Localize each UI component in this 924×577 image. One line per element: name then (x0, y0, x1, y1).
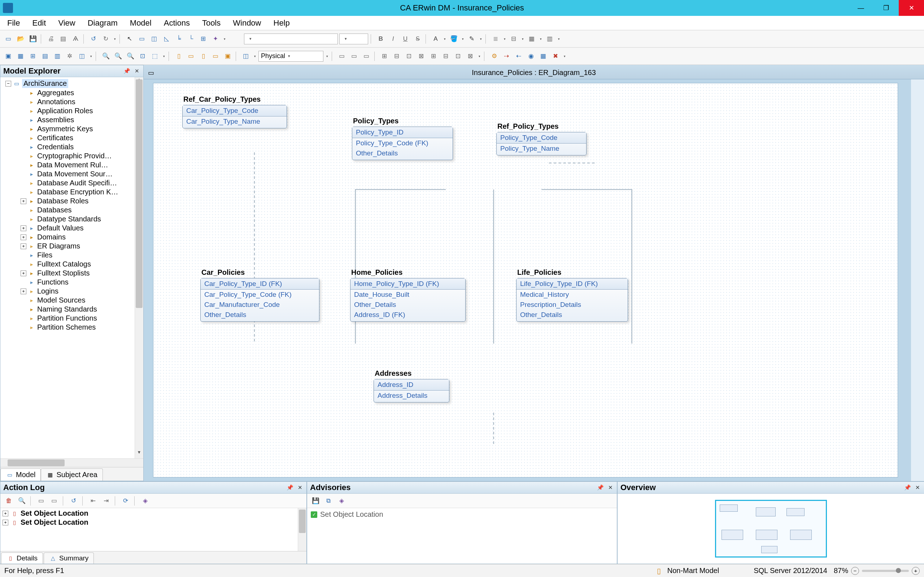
toolbar-overflow-icon[interactable]: ▾ (325, 55, 329, 58)
model-explorer-tree[interactable]: − ▭ ArchiSurance ▸Aggregates▸Annotations… (0, 77, 143, 458)
complete-compare-icon[interactable]: ⚙ (489, 51, 499, 62)
arrange-icon[interactable]: ▣ (222, 51, 233, 62)
menu-view[interactable]: View (55, 17, 78, 29)
tile-h-icon[interactable]: ▭ (186, 51, 196, 62)
transform5-icon[interactable]: ⊞ (428, 51, 439, 62)
expand-toggle-icon[interactable]: + (21, 234, 26, 240)
mart-lock-icon[interactable]: ▭ (361, 51, 372, 62)
tree-item[interactable]: ▸Database Audit Specifi… (19, 179, 143, 187)
panel-close-icon[interactable]: ✕ (134, 68, 141, 74)
tile-icon[interactable]: ▭ (210, 51, 221, 62)
display-entity-icon[interactable]: ▣ (3, 51, 14, 62)
zoom-out-button[interactable]: − (851, 567, 859, 575)
entity-policy-types[interactable]: Policy_Types Policy_Type_ID Policy_Type_… (352, 127, 453, 160)
undo-icon[interactable]: ↺ (88, 34, 99, 44)
zoom-in-icon[interactable]: 🔍 (125, 51, 136, 62)
tree-item[interactable]: ▸Annotations (19, 97, 143, 106)
annotation-icon[interactable]: ✦ (210, 34, 221, 44)
cascade-icon[interactable]: ▯ (173, 51, 184, 62)
restore-button[interactable]: ❐ (874, 0, 899, 16)
view-level-combo[interactable]: Physical▾ (258, 51, 323, 62)
dropdown-icon[interactable]: ▾ (520, 37, 525, 41)
scroll-thumb[interactable] (136, 79, 142, 308)
mart-save-icon[interactable]: ▭ (349, 51, 360, 62)
transform7-icon[interactable]: ⊡ (452, 51, 464, 62)
tree-item[interactable]: ▸Asymmetric Keys (19, 124, 143, 134)
expand-toggle-icon[interactable]: + (21, 288, 26, 294)
expand-toggle-icon[interactable]: + (21, 271, 26, 276)
menu-edit[interactable]: Edit (29, 17, 49, 29)
minimize-button[interactable]: — (848, 0, 874, 16)
distribute-icon[interactable]: ⊟ (508, 34, 519, 44)
display-attr-icon[interactable]: ▦ (15, 51, 26, 62)
dropdown-icon[interactable]: ▾ (253, 55, 257, 58)
tree-item[interactable]: ▸Data Movement Sour… (19, 169, 143, 179)
diagram-canvas[interactable]: Ref_Car_Policy_Types Car_Policy_Type_Cod… (153, 83, 898, 477)
zoom-out-icon[interactable]: 🔍 (100, 51, 111, 62)
tree-item[interactable]: +▸Fulltext Stoplists (19, 269, 143, 278)
tree-item[interactable]: ▸Data Movement Rul… (19, 161, 143, 169)
tree-root[interactable]: − ▭ ArchiSurance (4, 79, 143, 89)
tab-details[interactable]: ▯ Details (1, 553, 43, 564)
dropdown-icon[interactable]: ▾ (538, 37, 543, 41)
zoom-slider[interactable] (862, 570, 909, 572)
align-left-icon[interactable]: ≣ (490, 34, 501, 44)
find-action-icon[interactable]: 🔍 (16, 495, 27, 506)
pin-icon[interactable]: 📌 (122, 68, 131, 74)
display-keys-icon[interactable]: ▤ (40, 51, 50, 62)
menu-diagram[interactable]: Diagram (85, 17, 121, 29)
strikethrough-icon[interactable]: S̶ (412, 34, 423, 44)
expand-toggle-icon[interactable]: + (21, 226, 26, 231)
pin-icon[interactable]: 📌 (903, 484, 912, 491)
menu-file[interactable]: File (4, 17, 23, 29)
line-color-icon[interactable]: ✎ (466, 34, 477, 44)
tree-item[interactable]: ▸Functions (19, 278, 143, 287)
open-icon[interactable]: 📂 (15, 34, 26, 44)
tree-item[interactable]: +▸Logins (19, 287, 143, 296)
expand-toggle-icon[interactable]: + (21, 198, 26, 204)
delete-action-icon[interactable]: 🗑 (3, 495, 14, 506)
horizontal-scrollbar[interactable] (0, 458, 143, 467)
pin-icon[interactable]: 📌 (286, 484, 294, 491)
zoom-slider-knob[interactable] (896, 568, 901, 573)
reverse-engineer-icon[interactable]: ⇠ (513, 51, 524, 62)
open-diagram-icon[interactable]: ◫ (241, 51, 251, 62)
tree-item[interactable]: +▸Domains (19, 233, 143, 242)
close-button[interactable]: ✕ (899, 0, 924, 16)
undo-action-icon[interactable]: ↺ (68, 495, 79, 506)
tree-item[interactable]: ▸Fulltext Catalogs (19, 259, 143, 269)
bold-icon[interactable]: B (375, 34, 386, 44)
transform2-icon[interactable]: ⊟ (391, 51, 402, 62)
view-icon[interactable]: ◫ (149, 34, 160, 44)
tab-subject-area[interactable]: ▦ Subject Area (41, 469, 102, 481)
vertical-scrollbar[interactable] (298, 508, 307, 551)
tile-v-icon[interactable]: ▯ (198, 51, 208, 62)
toolbar-overflow-icon[interactable]: ▾ (113, 37, 117, 41)
pin-icon[interactable]: 📌 (596, 484, 605, 491)
copy-advisory-icon[interactable]: ⧉ (323, 495, 334, 506)
zoom-in-button[interactable]: + (912, 567, 920, 575)
transform4-icon[interactable]: ⊠ (416, 51, 426, 62)
panel-close-icon[interactable]: ✕ (607, 484, 614, 491)
new-model-icon[interactable]: ▭ (3, 34, 14, 44)
vertical-scrollbar[interactable]: ▲ ▼ (135, 77, 143, 458)
expand-action-icon[interactable]: ▭ (36, 495, 47, 506)
tab-summary[interactable]: △ Summary (44, 553, 94, 564)
dropdown-icon[interactable]: ▾ (443, 37, 447, 41)
restore-window-icon[interactable]: ▭ (148, 69, 154, 77)
tag-advisory-icon[interactable]: ◈ (336, 495, 347, 506)
validate-icon[interactable]: ✖ (550, 51, 561, 62)
spellcheck-icon[interactable]: Ѧ (70, 34, 81, 44)
toolbar-overflow-icon[interactable]: ▾ (89, 55, 93, 58)
mart-open-icon[interactable]: ▭ (336, 51, 347, 62)
toolbar-overflow-icon[interactable]: ▾ (477, 55, 481, 58)
transform-icon[interactable]: ⊞ (379, 51, 390, 62)
zoom-fit-icon[interactable]: ⊡ (137, 51, 148, 62)
tree-item[interactable]: ▸Certificates (19, 134, 143, 142)
group-icon[interactable]: ▦ (526, 34, 537, 44)
dropdown-icon[interactable]: ▾ (460, 37, 465, 41)
tree-item[interactable]: ▸Partition Schemes (19, 323, 143, 332)
menu-window[interactable]: Window (230, 17, 264, 29)
font-color-icon[interactable]: A (430, 34, 441, 44)
toolbar-overflow-icon[interactable]: ▾ (557, 37, 561, 41)
